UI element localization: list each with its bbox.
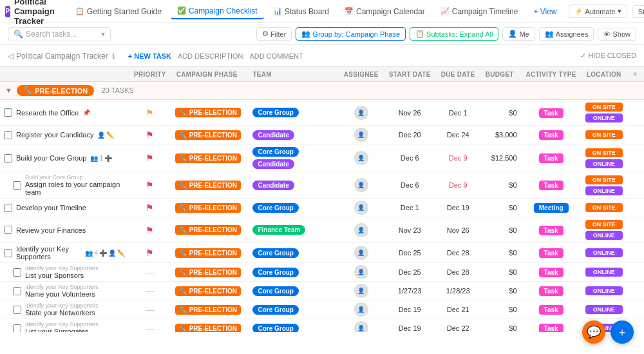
assignee-avatar[interactable]: 👤: [354, 265, 368, 279]
task-name[interactable]: Develop your Timeline: [16, 204, 86, 211]
location-pill[interactable]: ONLINE: [585, 305, 623, 314]
activity-type[interactable]: Task: [539, 268, 564, 277]
location-pill[interactable]: ONLINE: [585, 186, 623, 195]
phase-pill[interactable]: 🔧 PRE-ELECTION: [175, 181, 241, 190]
location-pill[interactable]: ONLINE: [585, 268, 623, 277]
phase-pill[interactable]: 🔧 PRE-ELECTION: [175, 203, 241, 213]
phase-pill[interactable]: 🔧 PRE-ELECTION: [175, 108, 241, 117]
add-comment-btn[interactable]: ADD COMMENT: [250, 52, 303, 60]
assignee-avatar[interactable]: 👤: [354, 223, 368, 237]
task-name[interactable]: State your Networkers: [25, 309, 99, 317]
phase-pill[interactable]: 🔧 PRE-ELECTION: [175, 130, 241, 140]
phase-pill[interactable]: 🔧 PRE-ELECTION: [175, 286, 241, 296]
new-task-btn[interactable]: + NEW TASK: [128, 52, 171, 60]
assignee-avatar[interactable]: 👤: [354, 302, 368, 317]
team-pill[interactable]: Core Group: [252, 324, 299, 333]
location-pill[interactable]: ONLINE: [585, 113, 623, 123]
tab-status-board[interactable]: 📊 Status Board: [267, 5, 336, 19]
team-pill[interactable]: Core Group: [252, 108, 299, 117]
me-btn[interactable]: 👤 Me: [502, 27, 535, 41]
activity-type[interactable]: Meeting: [534, 203, 569, 213]
team-pill[interactable]: Finance Team: [252, 225, 305, 235]
task-name[interactable]: List your Sponsors: [25, 271, 99, 279]
activity-type[interactable]: Task: [539, 108, 564, 118]
task-checkbox[interactable]: [4, 204, 12, 212]
task-name[interactable]: List your Surrogates: [25, 328, 99, 332]
location-pill[interactable]: ON SITE: [585, 148, 623, 157]
add-column-icon[interactable]: ＋: [632, 70, 638, 77]
automate-btn[interactable]: ⚡ Automate ▾: [569, 5, 627, 18]
location-pill[interactable]: ON SITE: [585, 203, 623, 212]
task-checkbox[interactable]: [4, 249, 12, 257]
task-name[interactable]: Identify your Key Supporters: [16, 245, 81, 261]
task-name[interactable]: Register your Candidacy: [16, 131, 93, 139]
activity-type[interactable]: Task: [539, 130, 564, 140]
assignee-avatar[interactable]: 👤: [354, 151, 368, 165]
location-pill[interactable]: ONLINE: [585, 231, 623, 240]
team-pill[interactable]: Candidate: [252, 181, 294, 190]
team-pill[interactable]: Candidate: [252, 130, 294, 140]
location-pill[interactable]: ONLINE: [585, 159, 623, 168]
team-pill[interactable]: Core Group: [252, 248, 299, 258]
team-pill[interactable]: Candidate: [252, 159, 294, 169]
location-pill[interactable]: ON SITE: [585, 175, 623, 184]
tab-timeline[interactable]: 📈 Campaign Timeline: [434, 5, 525, 19]
group-toggle-icon[interactable]: ▼: [5, 86, 12, 94]
float-add-btn[interactable]: ＋: [611, 320, 634, 332]
team-pill[interactable]: Core Group: [252, 147, 299, 157]
task-checkbox[interactable]: [4, 108, 12, 117]
phase-pill[interactable]: 🔧 PRE-ELECTION: [175, 225, 241, 235]
task-name[interactable]: Research the Office: [16, 109, 79, 117]
phase-pill[interactable]: 🔧 PRE-ELECTION: [175, 248, 241, 258]
priority-indicator[interactable]: ⚑: [146, 130, 154, 140]
activity-type[interactable]: Task: [539, 226, 564, 235]
task-checkbox[interactable]: [4, 226, 12, 234]
priority-indicator[interactable]: —: [146, 267, 155, 277]
activity-type[interactable]: Task: [539, 324, 564, 332]
task-checkbox[interactable]: [13, 324, 21, 333]
activity-type[interactable]: Task: [539, 248, 564, 258]
priority-indicator[interactable]: ⚑: [146, 248, 154, 258]
priority-indicator[interactable]: —: [146, 304, 155, 315]
priority-indicator[interactable]: ⚑: [146, 225, 154, 235]
task-name[interactable]: Build your Core Group: [16, 154, 86, 162]
team-pill[interactable]: Core Group: [252, 203, 299, 213]
task-name[interactable]: Name your Volunteers: [25, 290, 99, 298]
add-view-btn[interactable]: + View: [527, 5, 563, 19]
show-btn[interactable]: 👁 Show: [598, 28, 636, 41]
activity-type[interactable]: Task: [539, 181, 564, 190]
location-pill[interactable]: ONLINE: [585, 286, 623, 295]
group-by-btn[interactable]: 👥 Group by: Campaign Phase: [296, 27, 406, 41]
float-chat-btn[interactable]: 💬: [582, 320, 605, 332]
assignee-avatar[interactable]: 👤: [354, 106, 368, 120]
task-checkbox[interactable]: [4, 131, 12, 139]
activity-type[interactable]: Task: [539, 305, 564, 315]
phase-pill[interactable]: 🔧 PRE-ELECTION: [175, 324, 241, 333]
assignee-avatar[interactable]: 👤: [354, 246, 368, 260]
task-checkbox[interactable]: [13, 268, 21, 277]
priority-indicator[interactable]: ⚑: [146, 153, 154, 163]
tab-getting-started[interactable]: 📋 Getting Started Guide: [69, 5, 168, 19]
assignee-avatar[interactable]: 👤: [354, 321, 368, 332]
task-name[interactable]: Review your Finances: [16, 226, 86, 234]
assignees-btn[interactable]: 👥 Assignees: [539, 27, 594, 41]
team-pill[interactable]: Core Group: [252, 305, 299, 315]
filter-btn[interactable]: ⚙ Filter: [256, 27, 292, 41]
assignee-avatar[interactable]: 👤: [354, 178, 368, 192]
location-pill[interactable]: ON SITE: [585, 103, 623, 112]
stars-btn[interactable]: St: [632, 5, 644, 18]
hide-closed-btn[interactable]: ✓ HIDE CLOSED: [580, 52, 636, 60]
subtasks-btn[interactable]: 📋 Subtasks: Expand All: [410, 27, 498, 41]
location-pill[interactable]: ON SITE: [585, 220, 623, 229]
search-box[interactable]: 🔍 Search tasks... ▾: [8, 27, 111, 41]
priority-indicator[interactable]: ⚑: [146, 180, 154, 190]
task-checkbox[interactable]: [13, 287, 21, 295]
tab-campaign-checklist[interactable]: ✅ Campaign Checklist: [171, 4, 264, 19]
assignee-avatar[interactable]: 👤: [354, 284, 368, 298]
add-desc-btn[interactable]: ADD DESCRIPTION: [178, 52, 243, 60]
phase-pill[interactable]: 🔧 PRE-ELECTION: [175, 305, 241, 315]
phase-pill[interactable]: 🔧 PRE-ELECTION: [175, 153, 241, 163]
assignee-avatar[interactable]: 👤: [354, 128, 368, 142]
priority-indicator[interactable]: —: [146, 286, 155, 296]
tab-calendar[interactable]: 📅 Campaign Calendar: [338, 5, 431, 19]
